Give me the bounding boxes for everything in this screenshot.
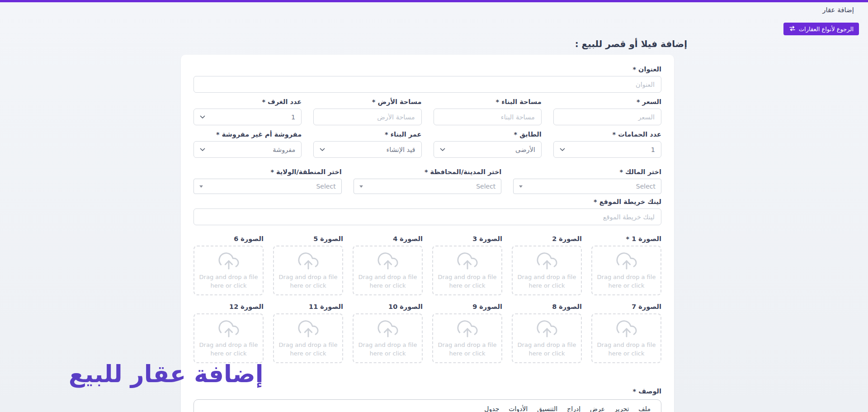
photo-5-label: الصورة 5	[273, 234, 343, 243]
upload-cloud-icon	[217, 318, 241, 339]
owner-select[interactable]: Select	[513, 179, 661, 194]
chevron-down-icon	[200, 148, 205, 152]
photo-11-label: الصورة 11	[273, 302, 343, 311]
upload-cloud-icon	[217, 251, 241, 271]
bathrooms-select-value: 1	[651, 146, 655, 153]
rooms-select[interactable]: 1	[193, 109, 302, 125]
back-to-property-types-button[interactable]: الرجوع لأنواع العقارات	[783, 23, 859, 35]
upload-column-6: الصورة 6 Drag and drop a filehere or cli…	[193, 234, 264, 295]
photo-2-dropzone[interactable]: Drag and drop a filehere or click	[512, 246, 582, 295]
region-select-value: Select	[316, 183, 335, 190]
upload-column-1: الصورة 1 * Drag and drop a filehere or c…	[591, 234, 661, 295]
building-age-field: عمر البناء * قيد الإنشاء	[313, 130, 421, 158]
description-block: الوصف * ملف تحرير عرض إدراج التنسيق الأد…	[193, 387, 661, 412]
title-field: العنوان *	[193, 65, 661, 93]
land-area-input[interactable]	[313, 109, 421, 125]
row-owner-city-region: اختر المالك * Select اختر المدينة/المحاف…	[193, 167, 661, 194]
upload-column-10: الصورة 10 Drag and drop a filehere or cl…	[353, 302, 423, 363]
editor-menu-format[interactable]: التنسيق	[533, 404, 561, 412]
photo-11-dropzone[interactable]: Drag and drop a filehere or click	[273, 313, 343, 363]
editor-menu-insert[interactable]: إدراج	[563, 404, 585, 412]
price-input[interactable]	[553, 109, 661, 125]
page-title: إضافة عقار	[822, 6, 854, 14]
editor-menu-tools[interactable]: الأدوات	[505, 404, 532, 412]
dropzone-hint: Drag and drop a filehere or click	[279, 341, 338, 358]
editor-menu-table[interactable]: جدول	[480, 404, 503, 412]
photo-8-label: الصورة 8	[512, 302, 582, 311]
editor-menu-view[interactable]: عرض	[586, 404, 609, 412]
build-area-field: مساحة البناء *	[434, 97, 542, 125]
land-area-label: مساحة الأرض *	[313, 97, 421, 106]
photo-4-dropzone[interactable]: Drag and drop a filehere or click	[353, 246, 423, 295]
photo-10-label: الصورة 10	[353, 302, 423, 311]
upload-cloud-icon	[456, 318, 479, 339]
photo-9-dropzone[interactable]: Drag and drop a filehere or click	[432, 313, 502, 363]
photo-1-dropzone[interactable]: Drag and drop a filehere or click	[591, 246, 661, 295]
property-form-card: العنوان * السعر * مساحة البناء * مساحة ا…	[181, 55, 674, 412]
watermark-title: إضافة عقار للبيع	[69, 360, 264, 388]
transfer-arrows-icon	[789, 26, 796, 33]
photo-6-label: الصورة 6	[193, 234, 264, 243]
photo-3-label: الصورة 3	[432, 234, 502, 243]
building-age-select[interactable]: قيد الإنشاء	[313, 141, 421, 158]
top-accent-bar	[0, 0, 868, 2]
map-link-field: لينك خريطة الموقع *	[193, 197, 661, 225]
building-age-label: عمر البناء *	[313, 130, 421, 139]
dropzone-hint: Drag and drop a filehere or click	[359, 341, 417, 358]
city-label: اختر المدينة/المحافظة *	[354, 167, 502, 176]
upload-cloud-icon	[297, 251, 320, 271]
rich-text-editor[interactable]: ملف تحرير عرض إدراج التنسيق الأدوات جدول	[193, 399, 661, 412]
floor-select[interactable]: الأرضى	[434, 141, 542, 158]
photo-12-dropzone[interactable]: Drag and drop a filehere or click	[193, 313, 264, 363]
photo-3-dropzone[interactable]: Drag and drop a filehere or click	[432, 246, 502, 295]
building-age-select-value: قيد الإنشاء	[386, 146, 415, 153]
dropzone-hint: Drag and drop a filehere or click	[359, 273, 417, 290]
rooms-field: عدد الغرف * 1	[193, 97, 302, 125]
furnished-label: مفروشة أم غير مفروشة *	[193, 130, 302, 139]
editor-menu-edit[interactable]: تحرير	[610, 404, 633, 412]
title-input[interactable]	[193, 76, 661, 93]
build-area-input[interactable]	[434, 109, 542, 125]
bathrooms-field: عدد الحمامات * 1	[553, 130, 661, 158]
chevron-down-icon	[560, 148, 565, 152]
rooms-select-value: 1	[291, 114, 295, 121]
map-link-input[interactable]	[193, 208, 661, 225]
city-select-value: Select	[476, 183, 495, 190]
city-select[interactable]: Select	[354, 179, 502, 194]
furnished-select[interactable]: مفروشة	[193, 141, 302, 158]
build-area-label: مساحة البناء *	[434, 97, 542, 106]
photo-10-dropzone[interactable]: Drag and drop a filehere or click	[353, 313, 423, 363]
region-select[interactable]: Select	[193, 179, 342, 194]
photo-8-dropzone[interactable]: Drag and drop a filehere or click	[512, 313, 582, 363]
upload-cloud-icon	[456, 251, 479, 271]
photo-5-dropzone[interactable]: Drag and drop a filehere or click	[273, 246, 343, 295]
upload-column-2: الصورة 2 Drag and drop a filehere or cli…	[512, 234, 582, 295]
owner-field: اختر المالك * Select	[513, 167, 661, 194]
photo-7-dropzone[interactable]: Drag and drop a filehere or click	[591, 313, 661, 363]
title-label: العنوان *	[193, 65, 661, 74]
owner-label: اختر المالك *	[513, 167, 661, 176]
photo-6-dropzone[interactable]: Drag and drop a filehere or click	[193, 246, 264, 295]
upload-column-8: الصورة 8 Drag and drop a filehere or cli…	[512, 302, 582, 363]
region-field: اختر المنطقة/الولاية * Select	[193, 167, 342, 194]
description-label: الوصف *	[193, 387, 661, 396]
dropzone-hint: Drag and drop a filehere or click	[518, 273, 576, 290]
land-area-field: مساحة الأرض *	[313, 97, 421, 125]
photo-9-label: الصورة 9	[432, 302, 502, 311]
chevron-down-icon	[440, 148, 445, 152]
dropzone-hint: Drag and drop a filehere or click	[597, 273, 656, 290]
uploads-row-2: الصورة 7 Drag and drop a filehere or cli…	[193, 302, 661, 363]
dropzone-hint: Drag and drop a filehere or click	[199, 273, 258, 290]
upload-column-4: الصورة 4 Drag and drop a filehere or cli…	[353, 234, 423, 295]
bathrooms-select[interactable]: 1	[553, 141, 661, 158]
upload-column-9: الصورة 9 Drag and drop a filehere or cli…	[432, 302, 502, 363]
editor-menu-file[interactable]: ملف	[634, 404, 655, 412]
price-field: السعر *	[553, 97, 661, 125]
photo-12-label: الصورة 12	[193, 302, 264, 311]
floor-field: الطابق * الأرضى	[434, 130, 542, 158]
region-label: اختر المنطقة/الولاية *	[193, 167, 342, 176]
floor-select-value: الأرضى	[515, 146, 535, 153]
uploads-row-1: الصورة 1 * Drag and drop a filehere or c…	[193, 234, 661, 295]
dropdown-arrow-icon	[359, 185, 363, 188]
upload-cloud-icon	[615, 251, 638, 271]
